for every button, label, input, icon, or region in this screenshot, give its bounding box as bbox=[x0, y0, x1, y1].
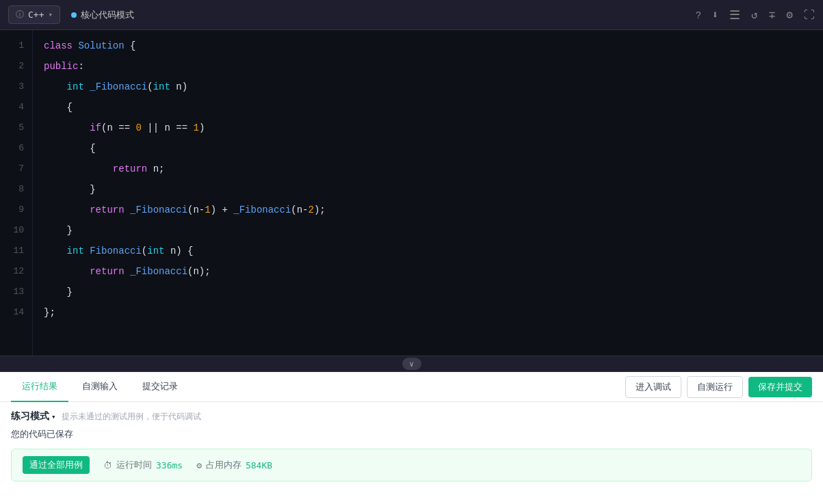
test-run-button[interactable]: 自测运行 bbox=[687, 376, 743, 398]
chevron-down-icon: ▾ bbox=[48, 10, 53, 19]
bottom-tabs: 运行结果 自测输入 提交记录 进入调试 自测运行 保存并提交 bbox=[0, 372, 823, 402]
memory-stat: ⚙ 占用内存 584KB bbox=[196, 459, 272, 471]
code-lines[interactable]: class Solution { public: int _Fibonacci(… bbox=[33, 30, 823, 356]
chevron-icon: ▾ bbox=[51, 412, 56, 421]
language-selector[interactable]: ⓘ C++ ▾ bbox=[8, 5, 60, 24]
runtime-label: 运行时间 bbox=[116, 459, 152, 471]
result-success: 通过全部用例 ⏱ 运行时间 336ms ⚙ 占用内存 584KB bbox=[11, 449, 812, 481]
chip-icon: ⚙ bbox=[196, 460, 202, 470]
download-icon[interactable]: ⬇ bbox=[711, 8, 718, 21]
submit-button[interactable]: 保存并提交 bbox=[748, 377, 812, 397]
code-line-7: return n; bbox=[44, 159, 812, 179]
code-line-13: } bbox=[44, 282, 812, 302]
runtime-value: 336ms bbox=[156, 460, 183, 470]
code-line-9: return _Fibonacci(n-1) + _Fibonacci(n-2)… bbox=[44, 200, 812, 220]
clock-icon: ⏱ bbox=[103, 460, 112, 470]
bottom-actions: 进入调试 自测运行 保存并提交 bbox=[625, 376, 812, 398]
saved-text: 您的代码已保存 bbox=[11, 428, 812, 440]
chevron-down-icon: ∨ bbox=[409, 360, 414, 369]
code-line-1: class Solution { bbox=[44, 36, 812, 56]
tab-run-result[interactable]: 运行结果 bbox=[11, 372, 68, 402]
info-icon: ⓘ bbox=[16, 9, 24, 21]
practice-mode-row: 练习模式 ▾ 提示未通过的测试用例，便于代码调试 bbox=[11, 410, 812, 423]
code-line-11: int Fibonacci(int n) { bbox=[44, 241, 812, 261]
language-label: C++ bbox=[28, 10, 44, 20]
code-line-4: { bbox=[44, 97, 812, 118]
practice-mode-label[interactable]: 练习模式 ▾ bbox=[11, 410, 56, 423]
memory-value: 584KB bbox=[246, 460, 272, 470]
toolbar-left: ⓘ C++ ▾ 核心代码模式 bbox=[8, 5, 134, 24]
settings-icon[interactable]: ⚙ bbox=[786, 8, 793, 21]
toolbar-right: ? ⬇ ☰ ↺ ∓ ⚙ ⛶ bbox=[696, 8, 815, 22]
code-line-6: { bbox=[44, 138, 812, 159]
collapse-handle[interactable]: ∨ bbox=[0, 356, 823, 372]
line-numbers: 1 2 3 4 5 6 7 8 9 10 11 12 13 14 bbox=[0, 30, 33, 356]
help-icon[interactable]: ? bbox=[696, 10, 701, 21]
code-line-8: } bbox=[44, 179, 812, 200]
code-line-10: } bbox=[44, 220, 812, 241]
tab-submit-history[interactable]: 提交记录 bbox=[131, 372, 189, 402]
result-area: 练习模式 ▾ 提示未通过的测试用例，便于代码调试 您的代码已保存 通过全部用例 … bbox=[0, 402, 823, 504]
bottom-panel: 运行结果 自测输入 提交记录 进入调试 自测运行 保存并提交 练习模式 ▾ 提示… bbox=[0, 372, 823, 504]
code-line-14: }; bbox=[44, 302, 812, 323]
code-toolbar: ⓘ C++ ▾ 核心代码模式 ? ⬇ ☰ ↺ ∓ ⚙ ⛶ bbox=[0, 0, 823, 30]
core-mode-tab[interactable]: 核心代码模式 bbox=[71, 9, 134, 21]
core-mode-dot bbox=[71, 12, 77, 18]
code-line-12: return _Fibonacci(n); bbox=[44, 261, 812, 282]
debug-button[interactable]: 进入调试 bbox=[625, 376, 681, 398]
practice-mode-hint: 提示未通过的测试用例，便于代码调试 bbox=[62, 411, 201, 423]
memory-label: 占用内存 bbox=[206, 459, 241, 471]
runtime-stat: ⏱ 运行时间 336ms bbox=[103, 459, 183, 471]
expand-icon[interactable]: ⛶ bbox=[804, 8, 815, 21]
list-icon[interactable]: ☰ bbox=[729, 8, 740, 22]
refresh-icon[interactable]: ↺ bbox=[751, 8, 758, 21]
code-line-3: int _Fibonacci(int n) bbox=[44, 77, 812, 97]
core-mode-label: 核心代码模式 bbox=[81, 9, 134, 21]
pass-badge: 通过全部用例 bbox=[23, 456, 90, 474]
tab-test-input[interactable]: 自测输入 bbox=[71, 372, 129, 402]
code-editor[interactable]: 1 2 3 4 5 6 7 8 9 10 11 12 13 14 class S… bbox=[0, 30, 823, 356]
minimize-icon[interactable]: ∓ bbox=[769, 8, 776, 21]
code-line-5: if(n == 0 || n == 1) bbox=[44, 118, 812, 138]
code-line-2: public: bbox=[44, 56, 812, 77]
collapse-button[interactable]: ∨ bbox=[402, 358, 421, 370]
